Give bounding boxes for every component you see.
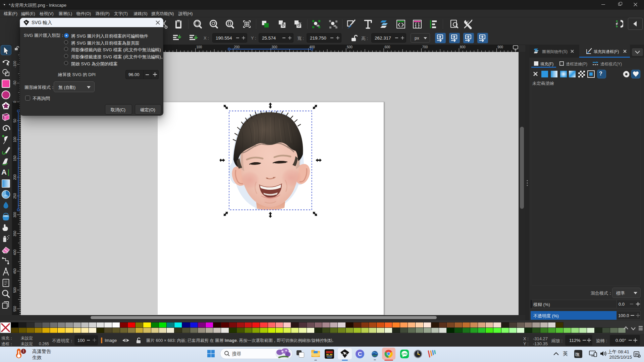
svg-text:900: 900 bbox=[497, 45, 503, 49]
svg-text:-100: -100 bbox=[13, 61, 17, 67]
svg-text:450: 450 bbox=[13, 268, 17, 274]
svg-text:100: 100 bbox=[13, 136, 17, 142]
svg-text:400: 400 bbox=[13, 249, 17, 255]
svg-text:C: C bbox=[358, 351, 362, 357]
svg-text:500: 500 bbox=[13, 287, 17, 293]
svg-text:50: 50 bbox=[13, 119, 17, 123]
svg-text:550: 550 bbox=[13, 306, 17, 312]
svg-text:1: 1 bbox=[22, 349, 24, 353]
svg-text:LINE: LINE bbox=[402, 353, 407, 355]
svg-text:A: A bbox=[1, 168, 7, 176]
svg-text:250: 250 bbox=[13, 193, 17, 199]
svg-text:350: 350 bbox=[13, 231, 17, 236]
svg-text:500: 500 bbox=[347, 45, 353, 49]
svg-text:800: 800 bbox=[460, 45, 466, 49]
svg-text:300: 300 bbox=[13, 212, 17, 218]
svg-text:700: 700 bbox=[422, 45, 428, 49]
svg-text:100: 100 bbox=[196, 45, 202, 49]
svg-text:0: 0 bbox=[13, 101, 17, 103]
svg-text:-50: -50 bbox=[13, 80, 17, 85]
svg-text:200: 200 bbox=[234, 45, 240, 49]
svg-text:150: 150 bbox=[13, 156, 17, 161]
svg-text:600: 600 bbox=[385, 45, 390, 49]
svg-text:200: 200 bbox=[13, 174, 17, 180]
svg-text:300: 300 bbox=[272, 45, 277, 49]
